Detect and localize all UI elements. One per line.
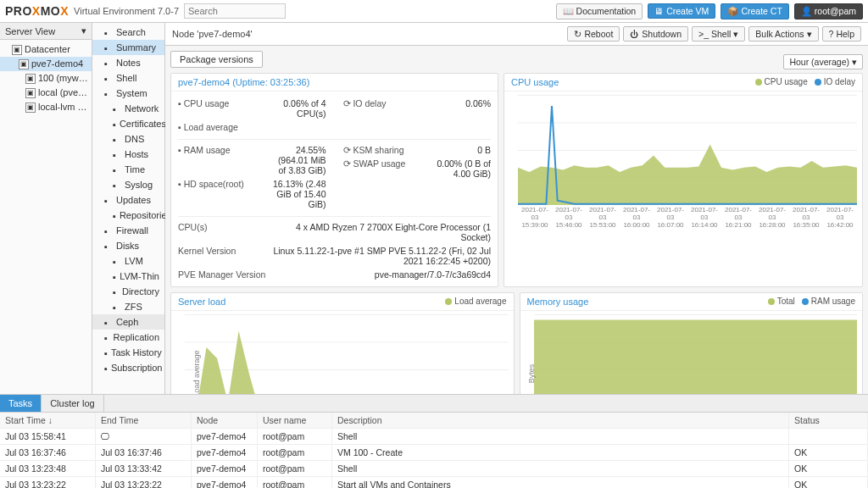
menu-icon: ▪ xyxy=(104,363,108,372)
nav-item[interactable]: ▪Repositories xyxy=(92,208,164,223)
menu-icon: ▪ xyxy=(104,318,113,326)
menu-icon: ▪ xyxy=(113,257,121,265)
package-versions-button[interactable]: Package versions xyxy=(170,51,263,68)
tree-item[interactable]: ▣local (pve7-demo4) xyxy=(0,86,92,100)
menu-icon: ▪ xyxy=(104,58,113,67)
summary-title: pve7-demo4 (Uptime: 03:25:36) xyxy=(178,77,309,87)
node-icon: ▣ xyxy=(12,45,22,55)
nav-item[interactable]: ▪DNS xyxy=(92,131,164,147)
node-icon: ▣ xyxy=(19,59,29,69)
cpu-chart xyxy=(518,95,857,205)
nav-item[interactable]: ▪Certificates xyxy=(92,116,164,131)
nav-item[interactable]: ▪Directory xyxy=(92,284,164,299)
top-bar: PROXMOX Virtual Environment 7.0-7 📖 Docu… xyxy=(0,0,868,23)
nav-item[interactable]: ▪Shell xyxy=(92,70,164,86)
task-row[interactable]: Jul 03 13:23:22Jul 03 13:23:22pve7-demo4… xyxy=(0,477,868,488)
mem-chart-title: Memory usage xyxy=(527,297,589,307)
docs-button[interactable]: 📖 Documentation xyxy=(556,3,643,19)
cpu-chart-title: CPU usage xyxy=(511,77,559,87)
tree-item[interactable]: ▣local-lvm (pve7-demo… xyxy=(0,100,92,114)
shell-button[interactable]: >_ Shell ▾ xyxy=(692,26,745,42)
nav-item[interactable]: ▪Time xyxy=(92,162,164,177)
tree-item[interactable]: ▣Datacenter xyxy=(0,42,92,57)
version-label: Virtual Environment 7.0-7 xyxy=(74,6,179,16)
logo: PROXMOX xyxy=(5,4,69,18)
task-table-header: Start Time ↓ End Time Node User name Des… xyxy=(0,413,868,429)
tree-item[interactable]: ▣100 (mywebserver) xyxy=(0,71,92,86)
tree-item[interactable]: ▣pve7-demo4 xyxy=(0,57,92,71)
node-icon: ▣ xyxy=(25,103,36,113)
nav-item[interactable]: ▪Replication xyxy=(92,330,164,345)
load-chart-title: Server load xyxy=(178,297,225,307)
menu-icon: ▪ xyxy=(113,272,116,280)
tab-cluster-log[interactable]: Cluster log xyxy=(42,395,104,412)
nav-item[interactable]: ▪Hosts xyxy=(92,147,164,162)
menu-icon: ▪ xyxy=(113,150,121,158)
nav-item[interactable]: ▪LVM xyxy=(92,253,164,269)
nav-item[interactable]: ▪Subscription xyxy=(92,360,164,375)
menu-icon: ▪ xyxy=(113,104,121,113)
search-input[interactable] xyxy=(184,3,286,19)
create-ct-button[interactable]: 📦 Create CT xyxy=(721,3,788,19)
nav-item[interactable]: ▪Network xyxy=(92,101,164,116)
nav-item[interactable]: ▪Disks xyxy=(92,238,164,253)
node-title: Node 'pve7-demo4' xyxy=(172,29,253,39)
menu-icon: ▪ xyxy=(104,333,110,341)
tree-panel: Server View▾ ▣Datacenter▣pve7-demo4▣100 … xyxy=(0,23,92,394)
menu-icon: ▪ xyxy=(104,241,113,250)
menu-icon: ▪ xyxy=(104,348,108,357)
nav-item[interactable]: ▪Updates xyxy=(92,192,164,208)
svg-marker-0 xyxy=(518,145,857,206)
task-row[interactable]: Jul 03 15:58:41🖵pve7-demo4root@pamShell xyxy=(0,429,868,445)
nav-item[interactable]: ▪Firewall xyxy=(92,223,164,238)
svg-rect-2 xyxy=(534,320,858,395)
nav-item[interactable]: ▪Summary xyxy=(92,40,164,55)
nav-panel: ▪Search▪Summary▪Notes▪Shell▪System▪Netwo… xyxy=(92,23,165,394)
task-log-panel: Tasks Cluster log Start Time ↓ End Time … xyxy=(0,394,868,488)
menu-icon: ▪ xyxy=(113,287,119,296)
task-row[interactable]: Jul 03 13:23:48Jul 03 13:33:42pve7-demo4… xyxy=(0,461,868,477)
menu-icon: ▪ xyxy=(113,302,121,311)
mem-chart: Bytes xyxy=(534,314,858,394)
help-button[interactable]: ? Help xyxy=(822,26,861,42)
load-chart: Load average xyxy=(185,314,509,394)
svg-marker-1 xyxy=(185,331,509,395)
node-icon: ▣ xyxy=(25,88,36,98)
menu-icon: ▪ xyxy=(113,119,116,128)
menu-icon: ▪ xyxy=(104,89,113,97)
chevron-down-icon: ▾ xyxy=(81,25,86,36)
shutdown-button[interactable]: ⏻ Shutdown xyxy=(623,26,688,42)
nav-item[interactable]: ▪Task History xyxy=(92,345,164,360)
menu-icon: ▪ xyxy=(104,196,113,204)
menu-icon: ▪ xyxy=(104,28,113,36)
bulk-actions-button[interactable]: Bulk Actions ▾ xyxy=(748,26,818,42)
menu-icon: ▪ xyxy=(104,74,113,82)
nav-item[interactable]: ▪LVM-Thin xyxy=(92,269,164,284)
nav-item[interactable]: ▪System xyxy=(92,86,164,101)
nav-item[interactable]: ▪ZFS xyxy=(92,299,164,314)
user-menu[interactable]: 👤 root@pam xyxy=(794,3,863,19)
nav-item[interactable]: ▪Syslog xyxy=(92,177,164,192)
menu-icon: ▪ xyxy=(104,226,113,235)
timerange-select[interactable]: Hour (average) ▾ xyxy=(783,54,863,69)
nav-item[interactable]: ▪Ceph xyxy=(92,314,164,330)
tree-header[interactable]: Server View▾ xyxy=(0,23,92,40)
menu-icon: ▪ xyxy=(113,211,116,219)
nav-item[interactable]: ▪Notes xyxy=(92,55,164,70)
menu-icon: ▪ xyxy=(104,43,113,52)
nav-item[interactable]: ▪Search xyxy=(92,25,164,40)
menu-icon: ▪ xyxy=(113,180,121,189)
reboot-button[interactable]: ↻ Reboot xyxy=(567,26,620,42)
menu-icon: ▪ xyxy=(113,135,121,143)
node-icon: ▣ xyxy=(25,74,36,84)
create-vm-button[interactable]: 🖥 Create VM xyxy=(648,3,715,19)
menu-icon: ▪ xyxy=(113,165,121,174)
tab-tasks[interactable]: Tasks xyxy=(0,395,42,412)
task-row[interactable]: Jul 03 16:37:46Jul 03 16:37:46pve7-demo4… xyxy=(0,445,868,461)
node-header: Node 'pve7-demo4' ↻ Reboot ⏻ Shutdown >_… xyxy=(165,23,868,46)
